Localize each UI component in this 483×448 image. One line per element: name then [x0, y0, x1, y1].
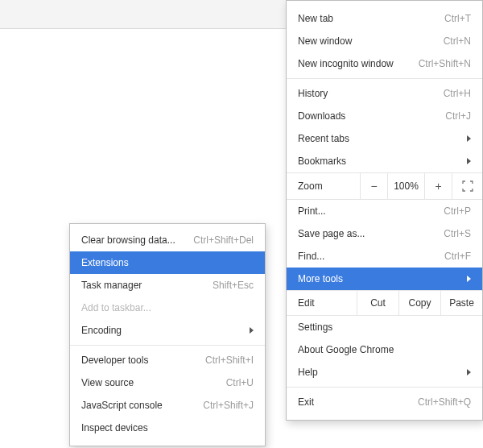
submenu-item-clear-browsing-data[interactable]: Clear browsing data... Ctrl+Shift+Del: [70, 229, 265, 251]
menu-label: Add to taskbar...: [81, 302, 254, 313]
submenu-item-task-manager[interactable]: Task manager Shift+Esc: [70, 274, 265, 297]
menu-separator: [70, 345, 265, 346]
paste-button[interactable]: Paste: [440, 291, 482, 315]
menu-shortcut: Ctrl+T: [444, 13, 471, 24]
zoom-out-button[interactable]: −: [360, 173, 387, 199]
menu-label: Recent tabs: [298, 133, 462, 144]
submenu-item-inspect-devices[interactable]: Inspect devices: [70, 417, 265, 439]
menu-item-recent-tabs[interactable]: Recent tabs: [287, 127, 482, 150]
edit-label: Edit: [287, 291, 357, 315]
copy-button[interactable]: Copy: [398, 291, 440, 315]
menu-label: Encoding: [81, 325, 245, 336]
menu-shortcut: Ctrl+F: [444, 251, 471, 262]
menu-label: New window: [298, 35, 444, 47]
menu-label: Help: [298, 367, 462, 378]
menu-shortcut: Ctrl+U: [226, 377, 254, 388]
menu-item-more-tools[interactable]: More tools: [287, 268, 482, 290]
menu-shortcut: Ctrl+H: [444, 88, 471, 99]
chrome-main-menu: New tab Ctrl+T New window Ctrl+N New inc…: [286, 0, 483, 421]
menu-item-help[interactable]: Help: [287, 361, 482, 384]
menu-label: Inspect devices: [81, 422, 254, 433]
chevron-right-icon: [467, 369, 471, 375]
menu-item-print[interactable]: Print... Ctrl+P: [287, 200, 482, 222]
menu-label: History: [298, 88, 444, 99]
more-tools-submenu: Clear browsing data... Ctrl+Shift+Del Ex…: [69, 223, 266, 446]
zoom-in-button[interactable]: +: [424, 173, 452, 199]
menu-item-about[interactable]: About Google Chrome: [287, 338, 482, 361]
menu-label: About Google Chrome: [298, 344, 471, 355]
menu-item-new-tab[interactable]: New tab Ctrl+T: [287, 7, 482, 30]
menu-separator: [287, 78, 482, 79]
menu-label: View source: [81, 377, 226, 388]
menu-label: Save page as...: [298, 228, 444, 239]
submenu-item-encoding[interactable]: Encoding: [70, 319, 265, 342]
menu-shortcut: Ctrl+Shift+N: [419, 58, 471, 69]
menu-label: Find...: [298, 251, 444, 262]
menu-label: Bookmarks: [298, 156, 462, 167]
menu-label: New incognito window: [298, 58, 419, 69]
menu-label: Developer tools: [81, 355, 205, 366]
chevron-right-icon: [467, 135, 471, 142]
chevron-right-icon: [467, 276, 471, 282]
menu-item-find[interactable]: Find... Ctrl+F: [287, 245, 482, 268]
zoom-value: 100%: [387, 173, 424, 199]
edit-row: Edit Cut Copy Paste: [287, 290, 482, 316]
menu-shortcut: Ctrl+Shift+Q: [418, 396, 471, 408]
menu-label: Settings: [298, 321, 471, 333]
menu-label: More tools: [298, 273, 462, 284]
toolbar-strip: [0, 0, 286, 29]
menu-item-bookmarks[interactable]: Bookmarks: [287, 150, 482, 172]
menu-shortcut: Ctrl+J: [445, 110, 471, 122]
menu-item-history[interactable]: History Ctrl+H: [287, 82, 482, 105]
cut-button[interactable]: Cut: [357, 291, 398, 315]
menu-item-exit[interactable]: Exit Ctrl+Shift+Q: [287, 391, 482, 413]
zoom-row: Zoom − 100% +: [287, 172, 482, 200]
submenu-item-developer-tools[interactable]: Developer tools Ctrl+Shift+I: [70, 349, 265, 371]
menu-separator: [287, 387, 482, 388]
submenu-item-javascript-console[interactable]: JavaScript console Ctrl+Shift+J: [70, 394, 265, 417]
submenu-item-view-source[interactable]: View source Ctrl+U: [70, 371, 265, 394]
menu-label: Exit: [298, 396, 418, 408]
menu-label: New tab: [298, 13, 444, 24]
menu-label: Downloads: [298, 110, 445, 122]
menu-label: Extensions: [81, 257, 254, 268]
menu-item-settings[interactable]: Settings: [287, 316, 482, 338]
submenu-item-extensions[interactable]: Extensions: [70, 251, 265, 274]
menu-item-save-page-as[interactable]: Save page as... Ctrl+S: [287, 222, 482, 245]
menu-shortcut: Ctrl+N: [444, 35, 471, 47]
menu-label: Clear browsing data...: [81, 234, 193, 246]
menu-shortcut: Shift+Esc: [213, 280, 254, 291]
menu-shortcut: Ctrl+S: [444, 228, 471, 239]
menu-item-new-window[interactable]: New window Ctrl+N: [287, 30, 482, 52]
chevron-right-icon: [250, 327, 254, 334]
submenu-item-add-to-taskbar: Add to taskbar...: [70, 297, 265, 319]
menu-item-downloads[interactable]: Downloads Ctrl+J: [287, 105, 482, 127]
menu-item-new-incognito[interactable]: New incognito window Ctrl+Shift+N: [287, 52, 482, 75]
zoom-label: Zoom: [287, 173, 360, 199]
menu-shortcut: Ctrl+Shift+J: [203, 400, 254, 411]
menu-shortcut: Ctrl+P: [444, 205, 471, 217]
menu-label: Task manager: [81, 280, 213, 291]
fullscreen-button[interactable]: [452, 173, 482, 199]
menu-shortcut: Ctrl+Shift+Del: [193, 234, 254, 246]
menu-shortcut: Ctrl+Shift+I: [205, 355, 254, 366]
menu-label: JavaScript console: [81, 400, 203, 411]
fullscreen-icon: [462, 180, 473, 192]
chevron-right-icon: [467, 158, 471, 164]
menu-label: Print...: [298, 205, 444, 217]
